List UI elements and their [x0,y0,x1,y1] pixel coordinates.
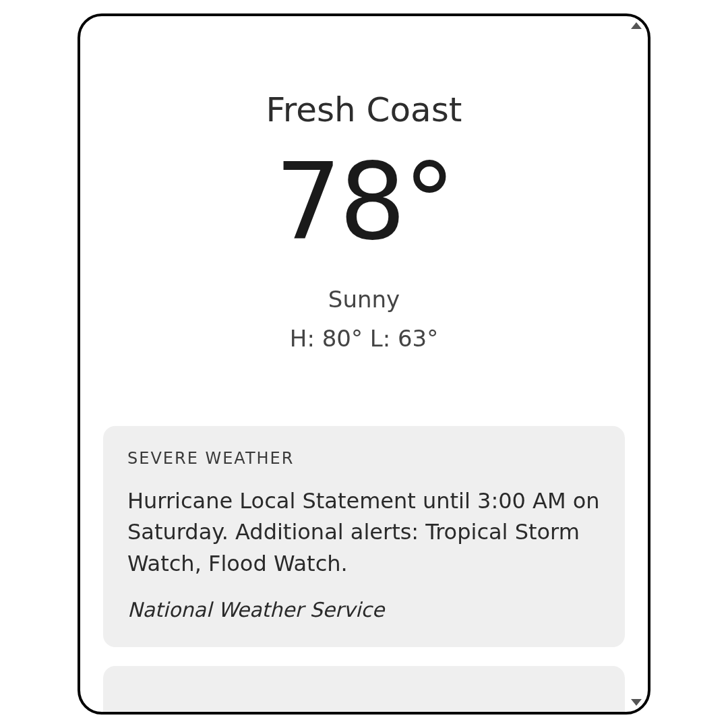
current-weather-hero: Fresh Coast 78° Sunny H: 80° L: 63° [103,90,625,352]
alert-body-text: Hurricane Local Statement until 3:00 AM … [127,485,601,579]
weather-scroll-area[interactable]: Fresh Coast 78° Sunny H: 80° L: 63° SEVE… [80,16,648,712]
severe-weather-card[interactable]: SEVERE WEATHER Hurricane Local Statement… [103,426,625,647]
next-card-placeholder [103,666,625,712]
scroll-up-arrow-icon[interactable] [631,22,642,29]
alert-heading: SEVERE WEATHER [127,449,601,468]
current-condition: Sunny [103,286,625,313]
scroll-down-arrow-icon[interactable] [631,699,642,706]
alert-source: National Weather Service [127,598,601,621]
location-name: Fresh Coast [103,90,625,129]
current-temperature: 78° [103,150,625,255]
weather-app-window: Fresh Coast 78° Sunny H: 80° L: 63° SEVE… [78,13,650,715]
high-low-temperature: H: 80° L: 63° [103,325,625,352]
